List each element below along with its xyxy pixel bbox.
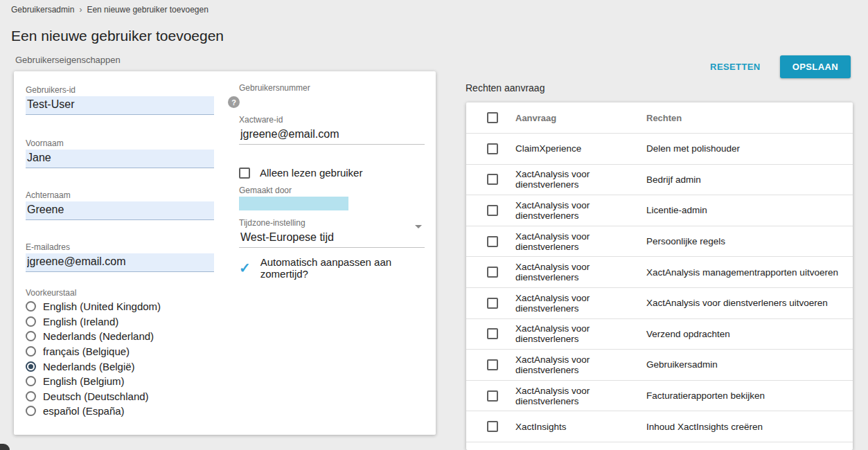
radio-icon [26, 406, 36, 416]
section-label: Gebruikerseigenschappen [15, 55, 121, 65]
help-icon[interactable]: ? [228, 96, 240, 108]
table-row: XactAnalysis voor dienstverleners Gebrui… [466, 350, 853, 381]
row-aanvraag: ClaimXperience [515, 143, 646, 154]
bottom-left-corner-overlay [0, 444, 10, 450]
language-radio-option[interactable]: Nederlands (Nederland) [26, 329, 214, 344]
achternaam-label: Achternaam [26, 190, 214, 200]
row-checkbox[interactable] [487, 298, 498, 309]
row-rechten: Licentie-admin [646, 205, 853, 215]
row-checkbox[interactable] [487, 205, 498, 216]
row-rechten: XactAnalysis voor dienstverleners uitvoe… [646, 298, 853, 308]
gebruikers-id-label: Gebruikers-id [26, 85, 214, 95]
tijdzone-select[interactable] [239, 229, 425, 248]
zomertijd-row: ✓ Automatisch aanpassen aan zomertijd? [239, 256, 425, 280]
form-column-right: Gebruikersnummer Xactware-id Alleen leze… [239, 71, 425, 101]
row-checkbox[interactable] [487, 236, 498, 247]
language-radio-label: español (España) [43, 405, 125, 417]
rights-section-title: Rechten aanvraag [466, 82, 544, 93]
breadcrumb-root[interactable]: Gebruikersadmin [11, 5, 74, 15]
save-button[interactable]: OPSLAAN [780, 55, 851, 78]
alleen-lezen-row: Alleen lezen gebruiker [239, 167, 362, 179]
xactware-id-input[interactable] [239, 126, 425, 145]
voorkeurstaal-label: Voorkeurstaal [26, 288, 76, 298]
field-gebruikersnummer: Gebruikersnummer [239, 83, 425, 113]
table-row: XactAnalysis voor dienstverleners Licent… [466, 195, 853, 226]
language-radio-label: English (Belgium) [43, 375, 125, 387]
language-radio-option[interactable]: français (Belgique) [26, 344, 214, 359]
gebruikersnummer-input[interactable] [239, 94, 425, 113]
rights-table-card: Aanvraag Rechten ClaimXperience Delen me… [466, 102, 853, 450]
row-checkbox[interactable] [487, 359, 498, 370]
field-gemaakt-door: Gemaakt door [239, 186, 425, 210]
language-radio-option[interactable]: English (Ireland) [26, 314, 214, 330]
row-aanvraag: XactAnalysis voor dienstverleners [515, 386, 646, 406]
radio-icon [26, 316, 36, 327]
table-row: XactAnalysis voor dienstverleners Factur… [466, 381, 853, 412]
radio-icon [26, 346, 36, 357]
language-radio-option[interactable]: Deutsch (Deutschland) [26, 389, 214, 404]
field-emailadres: E-mailadres [26, 242, 214, 272]
row-rechten: Delen met polishouder [646, 143, 853, 154]
row-aanvraag: XactInsights [515, 422, 646, 432]
language-radio-option[interactable]: English (Belgium) [26, 374, 214, 389]
checkmark-icon[interactable]: ✓ [239, 262, 251, 273]
rights-table-body: ClaimXperience Delen met polishouder Xac… [466, 134, 853, 442]
column-header-aanvraag: Aanvraag [515, 113, 646, 123]
row-rechten: Persoonlijke regels [646, 236, 853, 246]
voornaam-label: Voornaam [26, 138, 214, 148]
breadcrumb-current: Een nieuwe gebruiker toevoegen [87, 5, 208, 15]
language-radio-option[interactable]: Nederlands (België) [26, 359, 214, 374]
language-radio-label: Nederlands (Nederland) [43, 330, 154, 342]
language-radio-label: Deutsch (Deutschland) [43, 390, 149, 402]
row-aanvraag: XactAnalysis voor dienstverleners [515, 354, 646, 375]
table-row: XactAnalysis voor dienstverleners Persoo… [466, 226, 853, 258]
tijdzone-label: Tijdzone-instelling [239, 218, 425, 228]
rights-table-header: Aanvraag Rechten [466, 102, 853, 134]
language-radio-label: English (Ireland) [43, 316, 118, 327]
field-xactware-id: Xactware-id [239, 115, 425, 145]
language-radio-option[interactable]: English (United Kingdom) [26, 299, 214, 314]
chevron-down-icon[interactable] [415, 225, 422, 228]
field-tijdzone: Tijdzone-instelling [239, 218, 425, 248]
alleen-lezen-label: Alleen lezen gebruiker [260, 167, 362, 179]
language-radio-label: français (Belgique) [43, 345, 130, 357]
select-all-checkbox[interactable] [487, 112, 498, 123]
row-aanvraag: XactAnalysis voor dienstverleners [515, 169, 646, 190]
table-row: XactAnalysis voor dienstverleners Verzen… [466, 319, 853, 350]
gebruikers-id-input[interactable] [26, 96, 214, 115]
field-gebruikers-id: Gebruikers-id [26, 85, 214, 115]
radio-icon [26, 301, 36, 312]
emailadres-input[interactable] [26, 253, 214, 272]
row-checkbox[interactable] [487, 390, 498, 402]
row-rechten: Facturatierapporten bekijken [646, 390, 853, 401]
radio-icon [26, 361, 36, 372]
field-achternaam: Achternaam [26, 190, 214, 220]
gemaakt-door-label: Gemaakt door [239, 186, 425, 195]
gebruikersnummer-label: Gebruikersnummer [239, 83, 425, 93]
user-properties-card: Gebruikers-id ? Voornaam Achternaam E-ma… [14, 71, 436, 435]
table-row: XactInsights Inhoud XactInsights creëren [466, 411, 853, 442]
zomertijd-label: Automatisch aanpassen aan zomertijd? [260, 256, 425, 280]
radio-icon [26, 391, 36, 402]
row-aanvraag: XactAnalysis voor dienstverleners [515, 293, 646, 314]
achternaam-input[interactable] [26, 201, 214, 220]
table-row: ClaimXperience Delen met polishouder [466, 134, 853, 165]
table-row: XactAnalysis voor dienstverleners Bedrij… [466, 165, 853, 196]
row-checkbox[interactable] [487, 328, 498, 339]
row-checkbox[interactable] [487, 143, 498, 154]
reset-button[interactable]: RESETTEN [710, 62, 761, 72]
radio-icon [26, 376, 36, 386]
emailadres-label: E-mailadres [26, 242, 214, 252]
voorkeurstaal-radio-group: English (United Kingdom) English (Irelan… [26, 299, 214, 419]
alleen-lezen-checkbox[interactable] [239, 168, 250, 179]
row-checkbox[interactable] [487, 267, 498, 278]
voornaam-input[interactable] [26, 150, 214, 168]
language-radio-option[interactable]: español (España) [26, 404, 214, 419]
row-aanvraag: XactAnalysis voor dienstverleners [515, 200, 646, 221]
row-checkbox[interactable] [487, 421, 498, 432]
column-header-rechten: Rechten [646, 113, 853, 123]
row-rechten: Verzend opdrachten [646, 329, 853, 339]
row-checkbox[interactable] [487, 174, 498, 185]
breadcrumb-separator-icon: › [79, 5, 82, 15]
gemaakt-door-value-highlight [239, 197, 348, 210]
